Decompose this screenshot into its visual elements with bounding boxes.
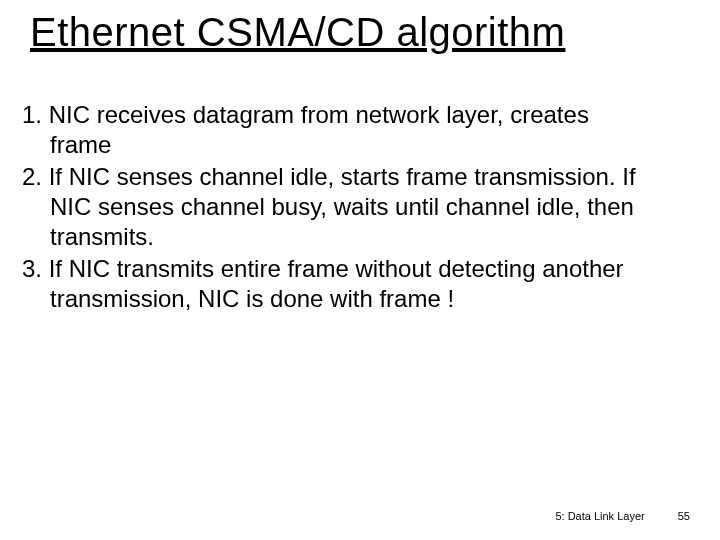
slide-footer: 5: Data Link Layer 55 [555,510,690,522]
slide-title: Ethernet CSMA/CD algorithm [30,10,565,55]
slide-body: 1. NIC receives datagram from network la… [22,100,650,316]
slide: Ethernet CSMA/CD algorithm 1. NIC receiv… [0,0,720,540]
list-item: 1. NIC receives datagram from network la… [22,100,650,160]
footer-page-number: 55 [678,510,690,522]
list-item: 2. If NIC senses channel idle, starts fr… [22,162,650,252]
list-item: 3. If NIC transmits entire frame without… [22,254,650,314]
footer-section: 5: Data Link Layer [555,510,644,522]
